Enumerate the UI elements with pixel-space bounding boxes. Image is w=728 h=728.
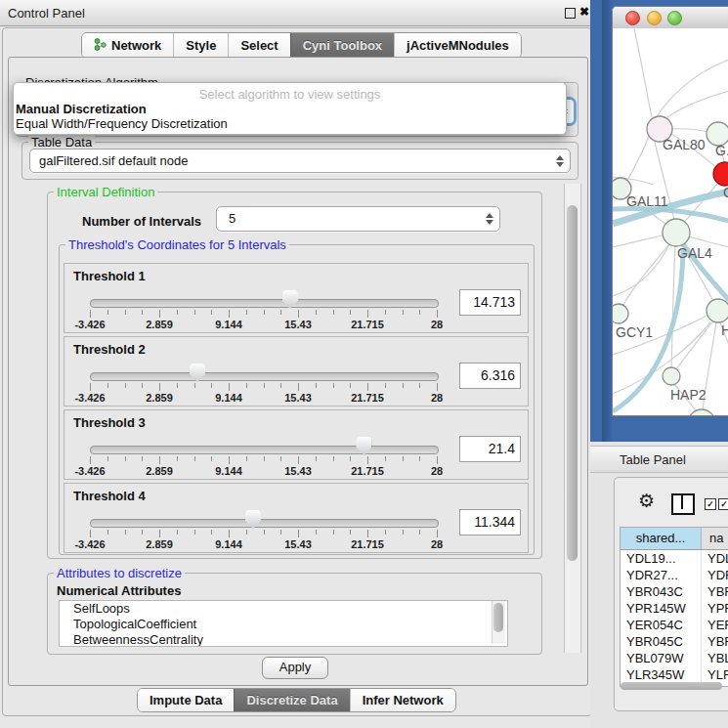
number-of-intervals-combobox[interactable]: 5 — [216, 206, 500, 232]
network-node-label: HAP2 — [670, 387, 707, 403]
close-traffic-light-icon[interactable] — [625, 11, 640, 25]
slider-track[interactable] — [90, 446, 439, 454]
table-row[interactable]: YLR345WYLR3 — [621, 666, 728, 683]
attribute-item[interactable]: BetweennessCentrality — [60, 632, 507, 647]
checkbox-checked-icon[interactable]: ✓ — [718, 498, 728, 510]
threshold-value-field[interactable]: 11.344 — [459, 509, 521, 535]
slider-tick-label: -3.426 — [74, 392, 105, 404]
slider-tick-label: 9.144 — [215, 392, 242, 404]
tab-infer-network[interactable]: Infer Network — [350, 689, 455, 711]
attributes-scrollbar-thumb[interactable] — [493, 603, 503, 632]
cell-shared-name: YER054C — [621, 617, 702, 633]
slider-tick — [264, 530, 265, 535]
table-horizontal-scrollbar[interactable] — [621, 682, 722, 690]
cell-shared-name: YBR043C — [621, 583, 702, 600]
slider-tick — [194, 456, 195, 461]
table-data-combobox[interactable]: galFiltered.sif default node — [29, 149, 571, 173]
table-row[interactable]: YBL079WYBL0 — [621, 650, 728, 666]
threshold-slider[interactable]: -3.4262.8599.14415.4321.71528 — [90, 264, 437, 332]
slider-tick — [229, 530, 230, 537]
tab-jactivemnodules[interactable]: jActiveMNodules — [394, 33, 521, 58]
threshold-slider[interactable]: -3.4262.8599.14415.4321.71528 — [90, 337, 437, 406]
tab-style[interactable]: Style — [173, 33, 228, 58]
dropdown-placeholder-item[interactable]: Select algorithm to view settings — [14, 87, 566, 102]
node-table[interactable]: shared... na YDL19...YDL1YDR27...YDR2YBR… — [620, 527, 728, 687]
slider-track[interactable] — [90, 519, 439, 528]
network-node[interactable] — [663, 219, 690, 246]
attribute-item[interactable]: TopologicalCoefficient — [60, 617, 507, 632]
columns-icon[interactable] — [671, 493, 695, 515]
network-canvas[interactable]: GAL80G.CGAL11GAL4GCY1HHAP2 — [613, 28, 728, 415]
table-panel-title: Table Panel — [620, 452, 686, 467]
tab-select[interactable]: Select — [228, 33, 289, 58]
table-row[interactable]: YPR145WYPR1 — [621, 600, 728, 617]
table-row[interactable]: YBR043CYBR0 — [621, 583, 728, 600]
panel-scrollbar-thumb[interactable] — [567, 205, 578, 561]
slider-tick — [316, 530, 317, 535]
slider-tick-label: 15.43 — [284, 538, 312, 550]
tab-discretize-data[interactable]: Discretize Data — [234, 689, 349, 711]
slider-tick — [403, 456, 404, 461]
slider-track[interactable] — [90, 372, 439, 381]
slider-tick — [350, 530, 351, 535]
attribute-item[interactable]: SelfLoops — [60, 601, 507, 617]
network-edge[interactable] — [634, 28, 652, 117]
tab-network[interactable]: Network — [82, 33, 173, 58]
slider-tick — [316, 310, 317, 315]
close-icon[interactable]: ✖ — [579, 5, 589, 19]
slider-tick-label: 21.715 — [351, 392, 384, 404]
slider-tick-label: 2.859 — [146, 319, 173, 330]
minimize-traffic-light-icon[interactable] — [647, 11, 662, 25]
numerical-attributes-label: Numerical Attributes — [57, 583, 181, 598]
column-header-shared-name[interactable]: shared... — [621, 528, 702, 549]
numerical-attributes-list[interactable]: SelfLoopsTopologicalCoefficientBetweenne… — [59, 600, 508, 647]
slider-tick — [333, 456, 334, 461]
algorithm-dropdown-popup: Select algorithm to view settings Manual… — [13, 82, 567, 135]
table-data-title: Table Data — [28, 135, 95, 150]
slider-tick — [194, 310, 195, 315]
slider-tick — [211, 456, 212, 461]
network-node[interactable] — [663, 367, 680, 385]
network-edge[interactable] — [656, 60, 728, 118]
network-edge[interactable] — [626, 128, 652, 183]
threshold-slider[interactable]: -3.4262.8599.14415.4321.71528 — [90, 410, 437, 479]
slider-tick — [211, 310, 212, 315]
slider-tick-label: 21.715 — [351, 538, 384, 550]
cell-shared-name: YLR345W — [621, 666, 702, 683]
column-header-name[interactable]: na — [702, 528, 728, 549]
cell-name: YBL0 — [702, 650, 728, 666]
slider-tick — [125, 383, 126, 388]
network-edge[interactable] — [622, 244, 669, 307]
network-node[interactable] — [707, 299, 728, 322]
table-row[interactable]: YBR045CYBR0 — [621, 633, 728, 650]
apply-button[interactable]: Apply — [262, 657, 328, 679]
slider-tick — [90, 530, 91, 537]
threshold-value-field[interactable]: 21.4 — [459, 436, 521, 462]
slider-tick-label: 15.43 — [284, 392, 312, 404]
threshold-slider[interactable]: -3.4262.8599.14415.4321.71528 — [90, 484, 437, 552]
threshold-value-field[interactable]: 6.316 — [459, 363, 521, 389]
dropdown-option-manual[interactable]: Manual Discretization — [16, 102, 147, 116]
network-node[interactable] — [713, 162, 728, 186]
cell-name: YBR0 — [702, 583, 728, 600]
checkbox-checked-icon[interactable]: ✓ — [705, 498, 716, 510]
float-window-icon[interactable] — [565, 8, 576, 19]
zoom-traffic-light-icon[interactable] — [667, 11, 682, 25]
network-node[interactable] — [688, 409, 715, 415]
network-edge[interactable] — [613, 244, 669, 296]
dropdown-option-equal-width[interactable]: Equal Width/Frequency Discretization — [16, 116, 228, 131]
threshold-value-field[interactable]: 14.713 — [459, 289, 521, 316]
table-row[interactable]: YDL19...YDL1 — [621, 550, 728, 567]
slider-tick — [229, 310, 230, 318]
tab-impute-data[interactable]: Impute Data — [138, 689, 234, 711]
table-row[interactable]: YDR27...YDR2 — [621, 567, 728, 583]
slider-tick-label: -3.426 — [74, 319, 105, 330]
network-node[interactable] — [613, 304, 628, 323]
slider-track[interactable] — [90, 299, 439, 308]
network-edge[interactable] — [613, 235, 665, 247]
gear-icon[interactable]: ⚙ — [638, 492, 655, 510]
tab-cyni-toolbox[interactable]: Cyni Toolbox — [290, 33, 394, 58]
table-row[interactable]: YER054CYER0 — [621, 617, 728, 633]
number-of-intervals-value: 5 — [229, 211, 236, 226]
slider-tick — [90, 310, 91, 318]
